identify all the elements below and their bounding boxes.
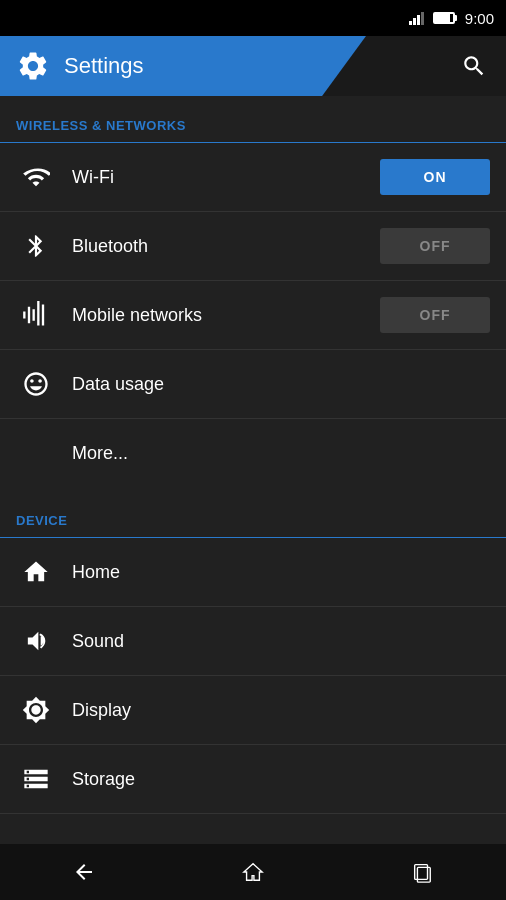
sound-icon (16, 621, 56, 661)
recents-button[interactable] (392, 852, 452, 892)
header-section: Settings (0, 36, 506, 96)
sound-label: Sound (72, 631, 490, 652)
recents-icon (411, 861, 433, 883)
search-icon (461, 53, 487, 79)
settings-gear-icon (16, 49, 50, 83)
svg-rect-3 (421, 12, 424, 25)
status-bar: 9:00 (0, 0, 506, 36)
mobile-networks-item[interactable]: Mobile networks OFF (0, 281, 506, 349)
header-bg: Settings (0, 36, 366, 96)
home-label: Home (72, 562, 490, 583)
svg-rect-1 (413, 18, 416, 25)
data-usage-icon (16, 364, 56, 404)
nav-bar (0, 844, 506, 900)
wireless-section-header: WIRELESS & NETWORKS (0, 96, 506, 143)
divider-8 (0, 813, 506, 814)
mobile-networks-icon (16, 295, 56, 335)
svg-rect-0 (409, 21, 412, 25)
wifi-label: Wi-Fi (72, 167, 380, 188)
search-button[interactable] (454, 46, 494, 86)
header-title: Settings (64, 53, 144, 79)
battery-icon (433, 12, 455, 24)
mobile-networks-toggle[interactable]: OFF (380, 297, 490, 333)
settings-content: WIRELESS & NETWORKS Wi-Fi ON Bluetooth O… (0, 96, 506, 844)
more-item[interactable]: More... (0, 419, 506, 487)
storage-label: Storage (72, 769, 490, 790)
status-icons: 9:00 (409, 10, 494, 27)
storage-icon (16, 759, 56, 799)
wifi-icon (16, 157, 56, 197)
wifi-toggle[interactable]: ON (380, 159, 490, 195)
data-usage-item[interactable]: Data usage (0, 350, 506, 418)
home-icon (16, 552, 56, 592)
back-button[interactable] (54, 852, 114, 892)
display-icon (16, 690, 56, 730)
bluetooth-item[interactable]: Bluetooth OFF (0, 212, 506, 280)
back-icon (72, 860, 96, 884)
time-display: 9:00 (465, 10, 494, 27)
home-item[interactable]: Home (0, 538, 506, 606)
mobile-networks-label: Mobile networks (72, 305, 380, 326)
storage-item[interactable]: Storage (0, 745, 506, 813)
bluetooth-icon (16, 226, 56, 266)
sound-item[interactable]: Sound (0, 607, 506, 675)
wireless-section-title: WIRELESS & NETWORKS (16, 118, 186, 133)
home-nav-button[interactable] (223, 852, 283, 892)
home-nav-icon (242, 861, 264, 883)
bluetooth-toggle[interactable]: OFF (380, 228, 490, 264)
device-section-header: DEVICE (0, 491, 506, 538)
more-placeholder-icon (16, 433, 56, 473)
more-label: More... (72, 443, 490, 464)
svg-rect-2 (417, 15, 420, 25)
signal-icon (409, 11, 427, 25)
device-section-title: DEVICE (16, 513, 67, 528)
wifi-item[interactable]: Wi-Fi ON (0, 143, 506, 211)
data-usage-label: Data usage (72, 374, 490, 395)
display-label: Display (72, 700, 490, 721)
display-item[interactable]: Display (0, 676, 506, 744)
bluetooth-label: Bluetooth (72, 236, 380, 257)
